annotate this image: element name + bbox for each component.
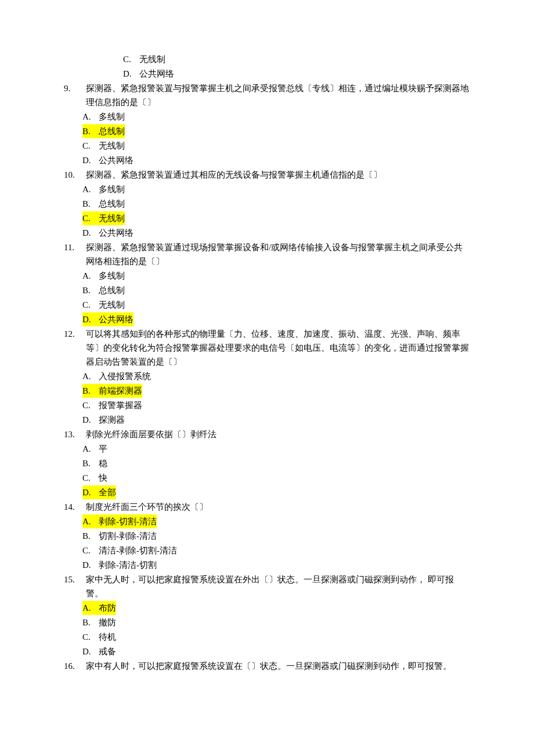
option-line: D.探测器 (64, 413, 470, 427)
option-list: A.多线制B.总线制C.无线制D.公共网络 (64, 269, 470, 326)
question-stem: 家中有人时，可以把家庭报警系统设置在〔〕状态。一旦探测器或门磁探测到动作，即可报… (86, 659, 470, 673)
option-line: D.公共网络 (104, 67, 470, 81)
question-item: 16.家中有人时，可以把家庭报警系统设置在〔〕状态。一旦探测器或门磁探测到动作，… (64, 659, 470, 673)
option-text: 无线制 (99, 211, 125, 225)
option-text: 总线制 (99, 283, 125, 297)
option-line: B.前端探测器 (64, 384, 470, 398)
option-letter: C. (82, 139, 99, 153)
question-body: 制度光纤面三个环节的挨次〔〕 (86, 500, 470, 514)
question-body: 剥除光纤涂面层要依据〔〕剥纤法 (86, 427, 470, 441)
question-stem-line: 9.探测器、紧急报警装置与报警掌握主机之间承受报警总线〔专线〕相连，通过编址模块… (64, 81, 470, 109)
option-line: C.报警掌握器 (64, 398, 470, 412)
option-line: A.平 (64, 442, 470, 456)
question-number: 12. (64, 327, 86, 369)
question-number: 10. (64, 168, 86, 182)
option-line: A.布防 (64, 601, 470, 615)
option-letter: C. (82, 398, 99, 412)
option-letter: A. (82, 110, 99, 124)
option-text: 公共网络 (99, 153, 134, 167)
question-item: 9.探测器、紧急报警装置与报警掌握主机之间承受报警总线〔专线〕相连，通过编址模块… (64, 81, 470, 167)
option-text: 无线制 (99, 139, 125, 153)
question-item: 13.剥除光纤涂面层要依据〔〕剥纤法A.平B.稳C.快D.全部 (64, 427, 470, 499)
question-stem: 探测器、紧急报警装置通过现场报警掌握设备和/或网络传输接入设备与报警掌握主机之间… (86, 240, 470, 268)
option-text: 多线制 (99, 269, 125, 283)
option-letter: C. (82, 471, 99, 485)
option-list: A.平B.稳C.快D.全部 (64, 442, 470, 499)
option-line: C.清洁-剥除-切割-清洁 (64, 543, 470, 557)
option-list: A.剥除-切割-清洁B.切割-剥除-清洁C.清洁-剥除-切割-清洁D.剥除-清洁… (64, 514, 470, 572)
option-line: C.快 (64, 471, 470, 485)
option-text: 无线制 (139, 52, 165, 66)
option-letter: D. (82, 558, 99, 572)
option-letter: D. (82, 153, 99, 167)
question-number: 9. (64, 81, 86, 109)
question-stem: 探测器、紧急报警装置通过其相应的无线设备与报警掌握主机通信指的是〔〕 (86, 168, 470, 182)
option-letter: B. (82, 384, 99, 398)
option-line: D.公共网络 (64, 226, 470, 240)
question-item: 11.探测器、紧急报警装置通过现场报警掌握设备和/或网络传输接入设备与报警掌握主… (64, 240, 470, 326)
option-text: 公共网络 (99, 312, 134, 326)
option-letter: C. (82, 211, 99, 225)
option-list: A.布防B.撤防C.待机D.戒备 (64, 601, 470, 658)
question-body: 家中无人时，可以把家庭报警系统设置在外出〔〕状态。一旦探测器或门磁探测到动作， … (86, 573, 470, 600)
option-letter: C. (82, 543, 99, 557)
option-letter: D. (123, 67, 139, 81)
question-stem: 剥除光纤涂面层要依据〔〕剥纤法 (86, 427, 470, 441)
option-line: D.戒备 (64, 645, 470, 658)
option-letter: C. (82, 298, 99, 312)
option-line: A.入侵报警系统 (64, 369, 470, 383)
option-list: A.多线制B.总线制C.无线制D.公共网络 (64, 110, 470, 167)
option-text: 报警掌握器 (99, 398, 142, 412)
question-stem: 家中无人时，可以把家庭报警系统设置在外出〔〕状态。一旦探测器或门磁探测到动作， … (86, 573, 470, 600)
option-letter: A. (82, 369, 99, 383)
option-line: A.多线制 (64, 269, 470, 283)
question-item: 15.家中无人时，可以把家庭报警系统设置在外出〔〕状态。一旦探测器或门磁探测到动… (64, 573, 470, 658)
option-text: 全部 (99, 485, 116, 499)
option-text: 布防 (99, 601, 116, 615)
question-number: 14. (64, 500, 86, 514)
option-line: C.待机 (64, 630, 470, 644)
question-stem-line: 13.剥除光纤涂面层要依据〔〕剥纤法 (64, 427, 470, 441)
option-text: 撤防 (99, 615, 116, 629)
option-text: 探测器 (99, 413, 125, 427)
question-body: 探测器、紧急报警装置通过现场报警掌握设备和/或网络传输接入设备与报警掌握主机之间… (86, 240, 470, 268)
option-line: C.无线制 (64, 211, 470, 225)
option-line: B.切割-剥除-清洁 (64, 529, 470, 543)
question-stem-line: 16.家中有人时，可以把家庭报警系统设置在〔〕状态。一旦探测器或门磁探测到动作，… (64, 659, 470, 673)
option-letter: D. (82, 226, 99, 240)
option-line: D.剥除-清洁-切割 (64, 558, 470, 572)
question-item: 12.可以将其感知到的各种形式的物理量〔力、位移、速度、加速度、振动、温度、光强… (64, 327, 470, 427)
option-line: B.总线制 (64, 124, 470, 138)
question-stem-line: 14.制度光纤面三个环节的挨次〔〕 (64, 500, 470, 514)
option-letter: A. (82, 182, 99, 196)
option-letter: C. (123, 52, 139, 66)
option-text: 戒备 (99, 645, 116, 658)
question-stem: 制度光纤面三个环节的挨次〔〕 (86, 500, 470, 514)
option-text: 入侵报警系统 (99, 369, 151, 383)
option-line: B.撤防 (64, 615, 470, 629)
option-letter: B. (82, 615, 99, 629)
question-list: 9.探测器、紧急报警装置与报警掌握主机之间承受报警总线〔专线〕相连，通过编址模块… (64, 81, 470, 673)
option-text: 快 (99, 471, 107, 485)
option-text: 公共网络 (99, 226, 134, 240)
option-list: A.多线制B.总线制C.无线制D.公共网络 (64, 182, 470, 240)
option-text: 平 (99, 442, 107, 456)
question-stem: 探测器、紧急报警装置与报警掌握主机之间承受报警总线〔专线〕相连，通过编址模块赐予… (86, 81, 470, 109)
option-letter: B. (82, 529, 99, 543)
question-number: 13. (64, 427, 86, 441)
option-letter: D. (82, 645, 99, 658)
question-body: 可以将其感知到的各种形式的物理量〔力、位移、速度、加速度、振动、温度、光强、声响… (86, 327, 470, 369)
option-letter: A. (82, 514, 99, 528)
option-text: 总线制 (99, 124, 125, 138)
option-letter: D. (82, 312, 99, 326)
option-letter: B. (82, 283, 99, 297)
question-stem-line: 12.可以将其感知到的各种形式的物理量〔力、位移、速度、加速度、振动、温度、光强… (64, 327, 470, 369)
question-stem-line: 10.探测器、紧急报警装置通过其相应的无线设备与报警掌握主机通信指的是〔〕 (64, 168, 470, 182)
option-text: 公共网络 (139, 67, 174, 81)
option-line: B.总线制 (64, 283, 470, 297)
question-stem: 可以将其感知到的各种形式的物理量〔力、位移、速度、加速度、振动、温度、光强、声响… (86, 327, 470, 369)
option-line: C.无线制 (104, 52, 470, 66)
question-item: 10.探测器、紧急报警装置通过其相应的无线设备与报警掌握主机通信指的是〔〕A.多… (64, 168, 470, 240)
option-line: D.全部 (64, 485, 470, 499)
question-number: 15. (64, 573, 86, 600)
